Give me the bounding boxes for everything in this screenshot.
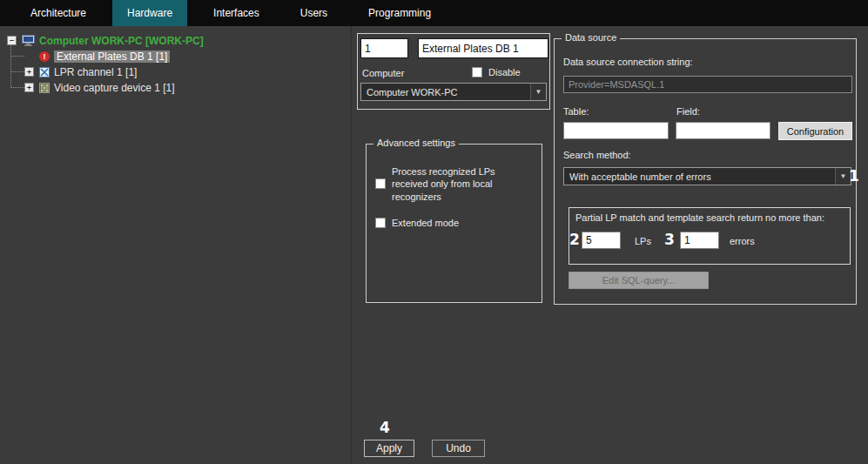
computer-select-value: Computer WORK-PC xyxy=(367,87,458,98)
disable-checkbox-row: Disable xyxy=(472,66,521,78)
lps-label: LPs xyxy=(635,236,651,246)
tree-row-video-device[interactable]: Video capture device 1 [1] xyxy=(24,80,175,95)
search-method-label: Search method: xyxy=(563,150,631,160)
tab-architecture[interactable]: Architecture xyxy=(16,0,101,26)
connection-string-label: Data source connection string: xyxy=(563,57,693,67)
callout-1: 1 xyxy=(849,167,859,185)
object-name-field[interactable] xyxy=(418,38,548,58)
hardware-tree-panel: Computer WORK-PC [WORK-PC] External Plat… xyxy=(0,26,352,464)
tree-connector xyxy=(10,41,11,88)
tree-row-computer[interactable]: Computer WORK-PC [WORK-PC] xyxy=(7,33,204,48)
local-recognizers-checkbox[interactable] xyxy=(375,178,386,189)
lpr-channel-icon xyxy=(39,67,50,77)
extended-mode-row: Extended mode xyxy=(375,217,459,229)
data-source-groupbox: Data source Data source connection strin… xyxy=(554,38,857,305)
chevron-down-icon xyxy=(530,84,546,100)
advanced-settings-groupbox: Advanced settings Process recognized LPs… xyxy=(366,144,542,303)
search-method-value: With acceptable number of errors xyxy=(569,171,711,182)
tree-connector xyxy=(10,56,24,57)
tab-programming[interactable]: Programming xyxy=(353,0,446,26)
edit-sql-query-button: Edit SQL-query... xyxy=(569,272,709,289)
local-recognizers-label: Process recognized LPs received only fro… xyxy=(392,165,519,203)
object-id-field[interactable] xyxy=(360,38,408,58)
field-label: Field: xyxy=(676,106,700,117)
expand-icon[interactable] xyxy=(24,67,34,77)
video-capture-icon xyxy=(39,83,50,93)
computer-label: Computer xyxy=(362,68,404,78)
tab-interfaces[interactable]: Interfaces xyxy=(198,0,274,26)
computer-select[interactable]: Computer WORK-PC xyxy=(360,83,547,101)
tree-label-lpr-channel: LPR channel 1 [1] xyxy=(54,66,137,78)
advanced-settings-title: Advanced settings xyxy=(373,138,459,148)
disable-checkbox[interactable] xyxy=(472,67,482,77)
tree-connector xyxy=(10,71,24,72)
lps-count-field[interactable] xyxy=(582,232,621,249)
table-label: Table: xyxy=(563,106,589,117)
tree-row-external-db[interactable]: External Plates DB 1 [1] xyxy=(24,49,170,64)
errors-count-field[interactable] xyxy=(680,232,719,249)
search-method-select[interactable]: With acceptable number of errors xyxy=(563,167,851,185)
extended-mode-label: Extended mode xyxy=(392,217,459,229)
undo-button[interactable]: Undo xyxy=(432,440,485,457)
callout-4: 4 xyxy=(380,419,390,436)
computer-icon xyxy=(22,35,35,46)
tree-label-computer: Computer WORK-PC [WORK-PC] xyxy=(39,35,204,47)
expand-icon[interactable] xyxy=(24,83,34,92)
disable-label: Disable xyxy=(488,66,521,78)
tab-hardware[interactable]: Hardware xyxy=(112,0,187,26)
identity-groupbox: Computer Disable Computer WORK-PC xyxy=(357,33,550,110)
tab-users[interactable]: Users xyxy=(286,0,342,26)
apply-button[interactable]: Apply xyxy=(364,440,414,457)
connection-string-field[interactable] xyxy=(563,76,852,93)
extended-mode-checkbox[interactable] xyxy=(375,218,386,228)
partial-match-title: Partial LP match and template search ret… xyxy=(575,212,824,223)
callout-3: 3 xyxy=(664,231,675,248)
tree-row-lpr-channel[interactable]: LPR channel 1 [1] xyxy=(24,64,137,79)
tree-label-external-db: External Plates DB 1 [1] xyxy=(54,50,170,63)
application-window: Architecture Hardware Interfaces Users P… xyxy=(0,0,868,464)
callout-2: 2 xyxy=(569,231,580,248)
tree-connector xyxy=(10,87,24,88)
table-field[interactable] xyxy=(563,122,669,139)
partial-match-groupbox: Partial LP match and template search ret… xyxy=(569,207,851,265)
alert-icon xyxy=(39,51,50,62)
top-tab-bar: Architecture Hardware Interfaces Users P… xyxy=(0,0,868,26)
tree-label-video-device: Video capture device 1 [1] xyxy=(54,82,175,94)
field-field[interactable] xyxy=(676,122,770,139)
collapse-icon[interactable] xyxy=(7,36,17,45)
local-recognizers-row: Process recognized LPs received only fro… xyxy=(375,165,525,203)
configuration-button[interactable]: Configuration xyxy=(778,122,852,140)
errors-label: errors xyxy=(730,236,755,246)
data-source-title: Data source xyxy=(562,32,620,43)
